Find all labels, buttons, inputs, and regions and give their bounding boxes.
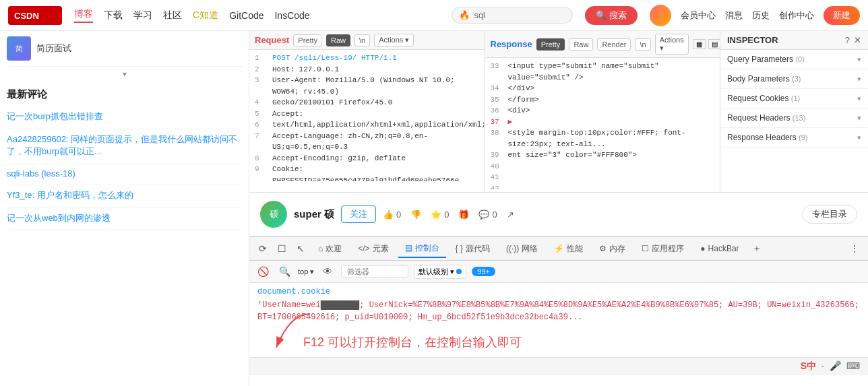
star-icon: ⭐ <box>431 210 441 220</box>
comment-action[interactable]: 💬 0 <box>478 210 497 220</box>
comment-link-3[interactable]: sqli-labs (less-18) <box>7 168 242 179</box>
nav-item-zhidao[interactable]: C知道 <box>193 9 218 22</box>
home-icon: ⌂ <box>318 244 323 253</box>
inspector-row-req-headers[interactable]: Request Headers (13) ▾ <box>720 108 868 128</box>
avatar[interactable] <box>650 5 671 26</box>
view-icon-2[interactable]: ▤ <box>708 39 720 49</box>
application-icon: ☐ <box>642 244 649 253</box>
devtools-icon-1[interactable]: ⟳ <box>255 240 271 257</box>
devtools-tab-memory[interactable]: ⚙ 内存 <box>592 240 632 257</box>
nav-message[interactable]: 消息 <box>725 9 743 22</box>
comment-link-2[interactable]: Aa2428259602: 同样的页面提示，但是我什么网站都访问不了，不用bur… <box>7 133 242 158</box>
devtools-tab-application[interactable]: ☐ 应用程序 <box>635 240 691 257</box>
collapse-button[interactable]: ▾ <box>7 67 242 82</box>
star-action[interactable]: ⭐ 0 <box>431 210 449 220</box>
devtools-icon-3[interactable]: ↖ <box>292 240 309 257</box>
chevron-down-icon-3: ▾ <box>857 94 861 103</box>
devtools-icon-2[interactable]: ☐ <box>274 240 290 257</box>
console-clear-icon[interactable]: 🚫 <box>255 263 271 280</box>
request-tab-newline[interactable]: \n <box>354 34 370 46</box>
sidebar-item-title[interactable]: 简历面试 <box>36 42 71 55</box>
response-tab-raw[interactable]: Raw <box>569 38 593 51</box>
shurufa-icon[interactable]: S中 <box>801 360 816 373</box>
devtools-tab-hackbar[interactable]: ● HackBar <box>693 241 745 256</box>
dislike-action[interactable]: 👎 <box>410 210 421 220</box>
nav-item-inscode[interactable]: InsCode <box>274 10 309 21</box>
follow-button[interactable]: 关注 <box>341 205 376 223</box>
console-count-badge: 99+ <box>472 267 495 276</box>
nav-vip[interactable]: 会员中心 <box>681 9 716 22</box>
level-indicator <box>456 269 462 274</box>
search-input[interactable] <box>474 10 541 20</box>
inspector-help-icon[interactable]: ? <box>845 35 850 45</box>
more-icon[interactable]: ⋮ <box>846 240 863 257</box>
search-button[interactable]: 🔍 搜索 <box>585 6 638 25</box>
request-tab-raw[interactable]: Raw <box>326 34 350 46</box>
console-filter-input[interactable] <box>341 265 408 278</box>
chevron-down-icon-5: ▾ <box>857 133 861 142</box>
nav-item-download[interactable]: 下载 <box>104 9 123 22</box>
nav-items: 博客 下载 学习 社区 C知道 GitCode InsCode <box>74 8 439 23</box>
gift-icon: 🎁 <box>458 210 469 220</box>
devtools-tab-elements[interactable]: </> 元素 <box>351 240 395 257</box>
add-tab-icon[interactable]: ＋ <box>749 240 765 257</box>
devtools-tab-performance[interactable]: ⚡ 性能 <box>547 240 590 257</box>
nav-item-blog[interactable]: 博客 <box>74 8 93 23</box>
author-row: 硕 super 硕 关注 👍 0 👎 ⭐ 0 🎁 💬 <box>249 193 868 236</box>
gift-action[interactable]: 🎁 <box>458 210 469 220</box>
response-tab-actions[interactable]: Actions ▾ <box>655 34 689 55</box>
burp-response-header: Response Pretty Raw Render \n Actions ▾ … <box>485 31 720 58</box>
like-action[interactable]: 👍 0 <box>383 210 401 220</box>
console-result-line: 'UserName=wei████████; UserNick=%E7%8B%9… <box>257 299 860 323</box>
devtools-tab-welcome[interactable]: ⌂ 欢迎 <box>311 240 348 257</box>
devtools-tab-console[interactable]: ▤ 控制台 <box>398 240 446 258</box>
chevron-down-icon-4: ▾ <box>857 114 861 123</box>
sources-icon: { } <box>456 244 463 253</box>
comment-item-4: Yf3_te: 用户名和密码，怎么来的 <box>7 185 242 208</box>
console-context-selector[interactable]: top ▾ <box>298 267 314 276</box>
cookie-value: 'UserName=wei████████; UserNick=%E7%8B%9… <box>257 300 859 322</box>
microphone-icon[interactable]: 🎤 <box>830 360 841 373</box>
toc-button[interactable]: 专栏目录 <box>802 205 857 224</box>
hackbar-icon: ● <box>700 244 705 253</box>
top-label: top <box>298 267 308 276</box>
sidebar-user-item: 简 简历面试 <box>7 31 242 67</box>
author-avatar: 硕 <box>260 201 287 228</box>
response-tab-render[interactable]: Render <box>597 38 631 51</box>
burp-request-header: Request Pretty Raw \n Actions ▾ <box>249 31 485 50</box>
inspector-row-res-headers[interactable]: Response Headers (9) ▾ <box>720 128 868 148</box>
inspector-row-cookies[interactable]: Request Cookies (1) ▾ <box>720 89 868 108</box>
devtools-tab-sources[interactable]: { } 源代码 <box>449 240 497 257</box>
console-filter-icon[interactable]: 🔍 <box>276 263 292 280</box>
devtools-tab-network[interactable]: ((·)) 网络 <box>499 240 545 257</box>
inspector-close-icon[interactable]: ✕ <box>854 35 861 45</box>
nav-create[interactable]: 创作中心 <box>779 9 814 22</box>
level-dropdown-icon: ▾ <box>450 267 454 276</box>
comment-link-1[interactable]: 记一次burp抓包出错排查 <box>7 110 242 123</box>
comment-link-5[interactable]: 记一次从web到内网的渗透 <box>7 212 242 224</box>
console-command-line[interactable]: document.cookie <box>257 287 860 296</box>
request-tab-pretty[interactable]: Pretty <box>293 34 322 46</box>
dot-icon: · <box>822 360 824 373</box>
request-tab-actions[interactable]: Actions ▾ <box>374 34 414 46</box>
new-button[interactable]: 新建 <box>824 6 860 25</box>
nav-history[interactable]: 历史 <box>752 9 770 22</box>
memory-icon: ⚙ <box>599 244 607 253</box>
inspector-row-body[interactable]: Body Parameters (3) ▾ <box>720 69 868 89</box>
view-icon-1[interactable]: ▦ <box>693 39 706 49</box>
nav-item-community[interactable]: 社区 <box>163 9 182 22</box>
response-tab-newline[interactable]: \n <box>635 38 650 51</box>
nav-item-gitcode[interactable]: GitCode <box>229 10 264 21</box>
keyboard-icon[interactable]: ⌨ <box>846 360 860 373</box>
nav-item-learn[interactable]: 学习 <box>133 9 152 22</box>
burp-request-panel: Request Pretty Raw \n Actions ▾ 1POST /s… <box>249 31 485 192</box>
console-level-selector[interactable]: 默认级别 ▾ <box>414 265 466 279</box>
comment-link-4[interactable]: Yf3_te: 用户名和密码，怎么来的 <box>7 189 242 201</box>
inspector-row-query[interactable]: Query Parameters (0) ▾ <box>720 50 868 69</box>
top-navigation: CSDN 博客 下载 学习 社区 C知道 GitCode InsCode 🔥 🔍… <box>0 0 868 31</box>
console-eye-icon[interactable]: 👁 <box>319 263 336 280</box>
response-tab-pretty[interactable]: Pretty <box>536 38 565 51</box>
like-icon: 👍 <box>383 210 394 220</box>
logo[interactable]: CSDN <box>8 6 62 25</box>
share-action[interactable]: ↗ <box>507 210 514 220</box>
